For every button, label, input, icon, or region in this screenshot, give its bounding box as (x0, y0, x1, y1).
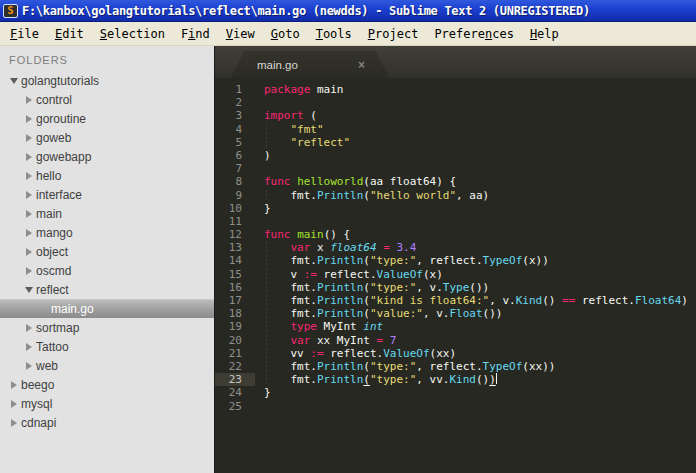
code-line[interactable]: 7 (215, 162, 696, 175)
tree-item-hello[interactable]: hello (0, 166, 214, 185)
chevron-right-icon[interactable] (21, 134, 36, 142)
chevron-right-icon[interactable] (21, 248, 36, 256)
code-line[interactable]: 10} (215, 202, 696, 215)
tab-main-go[interactable]: main.go × (231, 51, 389, 78)
chevron-right-icon[interactable] (6, 381, 21, 389)
code-line[interactable]: 13 var x float64 = 3.4 (215, 241, 696, 254)
code-line[interactable]: 18 fmt.Println("value:", v.Float()) (215, 307, 696, 320)
tree-item-mysql[interactable]: mysql (0, 394, 214, 413)
menu-item-edit[interactable]: Edit (47, 22, 92, 46)
code-line[interactable]: 5 "reflect" (215, 136, 696, 149)
code-line[interactable]: 20 var xx MyInt = 7 (215, 334, 696, 347)
tree-item-main[interactable]: main (0, 204, 214, 223)
tree-item-label: sortmap (36, 321, 79, 335)
chevron-right-icon[interactable] (21, 191, 36, 199)
code-text: } (264, 202, 271, 215)
code-line[interactable]: 9 fmt.Println("hello world", aa) (215, 189, 696, 202)
tree-item-tattoo[interactable]: Tattoo (0, 337, 214, 356)
code-line[interactable]: 17 fmt.Println("kind is float64:", v.Kin… (215, 294, 696, 307)
tree-item-control[interactable]: control (0, 90, 214, 109)
code-text: v := reflect.ValueOf(x) (264, 268, 443, 281)
chevron-right-icon[interactable] (21, 267, 36, 275)
code-line[interactable]: 16 fmt.Println("type:", v.Type()) (215, 281, 696, 294)
tree-item-sortmap[interactable]: sortmap (0, 318, 214, 337)
tree-item-mango[interactable]: mango (0, 223, 214, 242)
code-line[interactable]: 25 (215, 400, 696, 413)
tree-item-label: control (36, 93, 72, 107)
code-line[interactable]: 6) (215, 149, 696, 162)
chevron-right-icon[interactable] (21, 343, 36, 351)
chevron-right-icon[interactable] (6, 419, 21, 427)
line-number: 25 (215, 400, 255, 413)
tree-item-golangtutorials[interactable]: golangtutorials (0, 71, 214, 90)
tree-item-beego[interactable]: beego (0, 375, 214, 394)
tree-item-label: web (36, 359, 58, 373)
sidebar: FOLDERS golangtutorialscontrolgoroutineg… (0, 46, 215, 473)
tree-item-label: cdnapi (21, 416, 56, 430)
code-line[interactable]: 11 (215, 215, 696, 228)
code-line[interactable]: 22 fmt.Println("type:", reflect.TypeOf(x… (215, 360, 696, 373)
code-line[interactable]: 2 (215, 96, 696, 109)
menu-item-tools[interactable]: Tools (308, 22, 360, 46)
line-number: 23 (215, 373, 255, 386)
tree-item-interface[interactable]: interface (0, 185, 214, 204)
tree-item-label: goweb (36, 131, 71, 145)
menu-item-find[interactable]: Find (173, 22, 218, 46)
code-line[interactable]: 15 v := reflect.ValueOf(x) (215, 268, 696, 281)
code-area[interactable]: 1package main23import (4 "fmt"5 "reflect… (215, 78, 696, 473)
tree-item-label: Tattoo (36, 340, 69, 354)
code-line[interactable]: 12func main() { (215, 228, 696, 241)
tree-item-reflect[interactable]: reflect (0, 280, 214, 299)
tree-item-cdnapi[interactable]: cdnapi (0, 413, 214, 432)
tree-item-label: object (36, 245, 68, 259)
close-icon[interactable]: × (358, 58, 365, 72)
tree-item-gowebapp[interactable]: gowebapp (0, 147, 214, 166)
chevron-right-icon[interactable] (21, 210, 36, 218)
chevron-right-icon[interactable] (21, 96, 36, 104)
tree-item-main-go[interactable]: main.go (0, 299, 214, 318)
code-text: fmt.Println("kind is float64:", v.Kind()… (264, 294, 688, 307)
code-text: fmt.Println("type:", vv.Kind()) (264, 373, 497, 386)
menu-item-help[interactable]: Help (522, 22, 567, 46)
chevron-right-icon[interactable] (21, 153, 36, 161)
chevron-down-icon[interactable] (21, 287, 36, 293)
folders-header: FOLDERS (0, 46, 214, 71)
tree-item-goweb[interactable]: goweb (0, 128, 214, 147)
code-line[interactable]: 4 "fmt" (215, 123, 696, 136)
tree-item-oscmd[interactable]: oscmd (0, 261, 214, 280)
code-line[interactable]: 3import ( (215, 109, 696, 122)
code-line[interactable]: 8func helloworld(aa float64) { (215, 175, 696, 188)
chevron-right-icon[interactable] (21, 362, 36, 370)
line-number: 1 (215, 83, 255, 96)
chevron-right-icon[interactable] (21, 229, 36, 237)
menu-item-file[interactable]: File (2, 22, 47, 46)
menu-item-view[interactable]: View (218, 22, 263, 46)
tree-item-label: mango (36, 226, 73, 240)
chevron-right-icon[interactable] (21, 115, 36, 123)
chevron-right-icon[interactable] (6, 400, 21, 408)
code-text: fmt.Println("hello world", aa) (264, 189, 489, 202)
chevron-right-icon[interactable] (21, 324, 36, 332)
tree-item-goroutine[interactable]: goroutine (0, 109, 214, 128)
code-line[interactable]: 1package main (215, 83, 696, 96)
tree-item-label: golangtutorials (21, 74, 99, 88)
code-text: "fmt" (264, 123, 324, 136)
menu-item-preferences[interactable]: Preferences (426, 22, 522, 46)
code-line[interactable]: 24} (215, 386, 696, 399)
chevron-down-icon[interactable] (6, 78, 21, 84)
chevron-right-icon[interactable] (21, 172, 36, 180)
menu-item-goto[interactable]: Goto (263, 22, 308, 46)
code-text: vv := reflect.ValueOf(xx) (264, 347, 456, 360)
tree-item-web[interactable]: web (0, 356, 214, 375)
tree-item-object[interactable]: object (0, 242, 214, 261)
menu-item-selection[interactable]: Selection (92, 22, 173, 46)
line-number: 18 (215, 307, 255, 320)
code-line[interactable]: 23 fmt.Println("type:", vv.Kind()) (215, 373, 696, 386)
code-line[interactable]: 14 fmt.Println("type:", reflect.TypeOf(x… (215, 254, 696, 267)
code-text: "reflect" (264, 136, 350, 149)
editor-pane: main.go × 1package main23import (4 "fmt"… (215, 46, 696, 473)
code-text: ) (264, 149, 271, 162)
code-line[interactable]: 19 type MyInt int (215, 320, 696, 333)
menu-item-project[interactable]: Project (360, 22, 427, 46)
code-line[interactable]: 21 vv := reflect.ValueOf(xx) (215, 347, 696, 360)
